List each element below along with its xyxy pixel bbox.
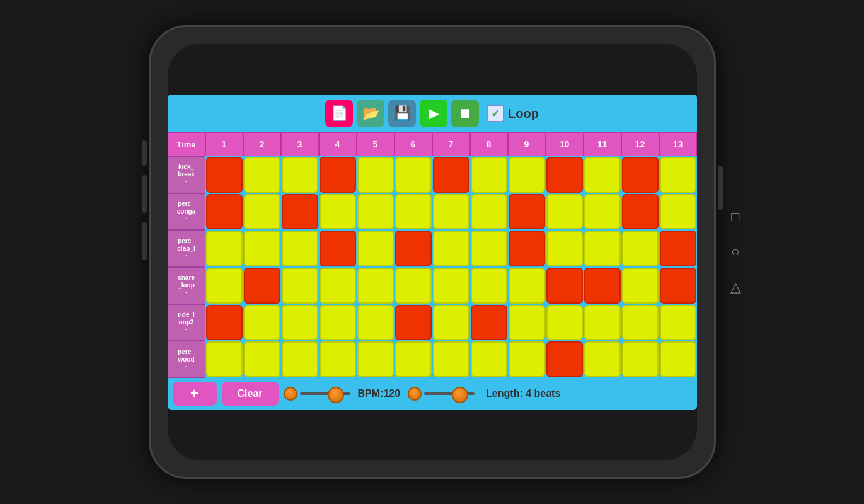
beat-cell-3-3[interactable] [320, 268, 356, 304]
beat-cell-2-6[interactable] [433, 231, 469, 266]
beat-cell-2-9[interactable] [546, 231, 583, 266]
beat-cell-4-8[interactable] [509, 305, 545, 341]
beat-cell-0-4[interactable] [357, 157, 394, 193]
beat-cell-3-8[interactable] [509, 268, 545, 304]
beat-cell-2-10[interactable] [584, 231, 621, 266]
beat-cell-4-9[interactable] [546, 305, 583, 341]
beat-cell-3-4[interactable] [357, 268, 394, 304]
beat-cell-1-4[interactable] [357, 194, 394, 230]
open-button[interactable]: 📂 [357, 100, 384, 127]
beat-cell-1-6[interactable] [433, 194, 469, 230]
beat-cell-2-11[interactable] [622, 231, 659, 266]
beat-cell-1-12[interactable] [660, 194, 696, 230]
beat-cell-4-0[interactable] [206, 305, 243, 341]
clear-button[interactable]: Clear [222, 382, 279, 406]
beat-cell-5-4[interactable] [357, 341, 394, 377]
beat-cell-2-1[interactable] [244, 231, 280, 266]
beat-cell-3-11[interactable] [622, 268, 659, 304]
beat-cell-5-6[interactable] [433, 341, 469, 377]
save-button[interactable]: 💾 [388, 100, 416, 127]
volume-up-button[interactable] [142, 140, 147, 166]
beat-cell-1-1[interactable] [244, 194, 280, 230]
stop-button[interactable]: ⏹ [451, 100, 479, 127]
beat-cell-5-9[interactable] [546, 341, 583, 377]
beat-cell-2-8[interactable] [509, 231, 545, 266]
beat-cell-0-12[interactable] [660, 157, 696, 193]
beat-cell-3-10[interactable] [584, 268, 621, 304]
beat-cell-4-12[interactable] [660, 305, 696, 341]
beat-cell-0-7[interactable] [471, 157, 507, 193]
track-label-3[interactable]: snare _loop · [168, 267, 205, 304]
beat-cell-1-10[interactable] [584, 194, 621, 230]
beat-cell-5-3[interactable] [320, 341, 356, 377]
circle-nav-button[interactable]: ○ [731, 244, 739, 260]
volume-down-button[interactable] [142, 175, 147, 213]
beat-cell-2-5[interactable] [395, 231, 432, 266]
track-label-5[interactable]: perc_ wood · [168, 341, 205, 378]
new-file-button[interactable]: 📄 [325, 100, 353, 127]
beat-cell-3-6[interactable] [433, 268, 469, 304]
beat-cell-3-9[interactable] [546, 268, 583, 304]
beat-cell-2-3[interactable] [320, 231, 356, 266]
track-label-2[interactable]: perc_ clap_l · [168, 230, 205, 267]
beat-cell-4-2[interactable] [282, 305, 318, 341]
beat-cell-2-12[interactable] [660, 231, 696, 266]
beat-cell-1-2[interactable] [282, 194, 318, 230]
beat-cell-5-5[interactable] [395, 341, 432, 377]
power-button[interactable] [718, 166, 723, 210]
beat-cell-4-1[interactable] [244, 305, 280, 341]
track-label-1[interactable]: perc_ conga · [168, 193, 205, 231]
beat-cell-5-10[interactable] [584, 341, 621, 377]
beat-cell-0-9[interactable] [546, 157, 583, 193]
beat-cell-3-12[interactable] [660, 268, 696, 304]
beat-cell-0-11[interactable] [622, 157, 659, 193]
beat-cell-0-1[interactable] [244, 157, 280, 193]
camera-button[interactable] [142, 222, 147, 260]
beat-cell-5-1[interactable] [244, 341, 280, 377]
beat-cell-0-8[interactable] [509, 157, 545, 193]
beat-cell-3-2[interactable] [282, 268, 318, 304]
beat-cell-2-2[interactable] [282, 231, 318, 266]
beat-cell-5-12[interactable] [660, 341, 696, 377]
beat-cell-3-7[interactable] [471, 268, 507, 304]
beat-cell-0-3[interactable] [320, 157, 356, 193]
track-label-4[interactable]: ride_l oop2 · [168, 304, 205, 341]
beat-cell-1-9[interactable] [546, 194, 583, 230]
beat-cell-4-4[interactable] [357, 305, 394, 341]
beat-cell-5-7[interactable] [471, 341, 507, 377]
beat-cell-4-11[interactable] [622, 305, 659, 341]
beat-cell-4-5[interactable] [395, 305, 432, 341]
bpm-slider-line[interactable] [300, 392, 350, 395]
beat-cell-1-7[interactable] [471, 194, 507, 230]
beat-cell-0-0[interactable] [206, 157, 243, 193]
beat-cell-5-8[interactable] [509, 341, 545, 377]
beat-cell-0-5[interactable] [395, 157, 432, 193]
beat-cell-1-5[interactable] [395, 194, 432, 230]
track-label-0[interactable]: kick_ break · [168, 156, 205, 193]
beat-cell-0-2[interactable] [282, 157, 318, 193]
beat-cell-1-3[interactable] [320, 194, 356, 230]
beat-cell-2-4[interactable] [357, 231, 394, 266]
beat-cell-5-2[interactable] [282, 341, 318, 377]
beat-cell-5-0[interactable] [206, 341, 243, 377]
beat-cell-2-7[interactable] [471, 231, 507, 266]
beat-cell-1-11[interactable] [622, 194, 659, 230]
beat-cell-0-6[interactable] [433, 157, 469, 193]
beat-cell-3-5[interactable] [395, 268, 432, 304]
beat-cell-1-8[interactable] [509, 194, 545, 230]
beat-cell-4-3[interactable] [320, 305, 356, 341]
loop-checkbox[interactable]: ✓ [487, 105, 504, 122]
beat-cell-2-0[interactable] [206, 231, 243, 266]
add-track-button[interactable]: + [173, 382, 217, 406]
beat-cell-1-0[interactable] [206, 194, 243, 230]
square-nav-button[interactable]: □ [731, 209, 739, 225]
beat-cell-4-7[interactable] [471, 305, 507, 341]
beat-cell-4-10[interactable] [584, 305, 621, 341]
back-nav-button[interactable]: △ [730, 279, 741, 295]
beat-cell-3-1[interactable] [244, 268, 280, 304]
length-slider-line[interactable] [424, 392, 475, 395]
play-button[interactable]: ▶ [420, 100, 447, 127]
beat-cell-5-11[interactable] [622, 341, 659, 377]
beat-cell-3-0[interactable] [206, 268, 243, 304]
beat-cell-4-6[interactable] [433, 305, 469, 341]
